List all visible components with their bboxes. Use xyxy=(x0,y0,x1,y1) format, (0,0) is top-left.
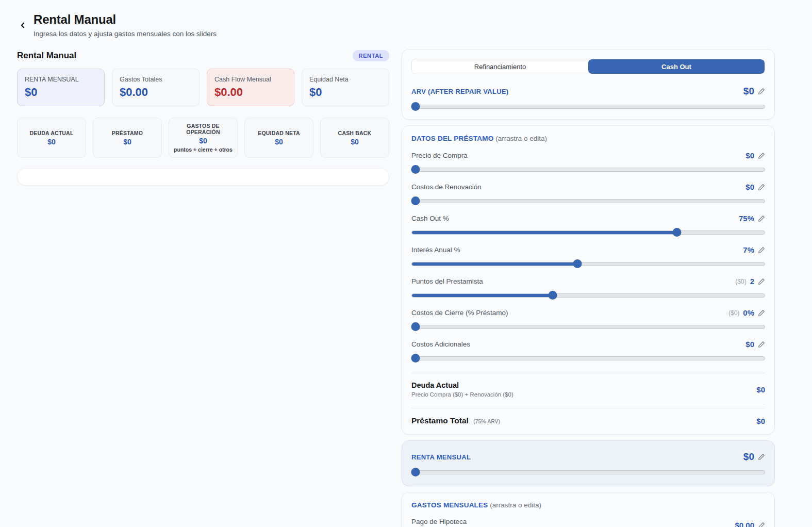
slider-row-precio-compra: Precio de Compra $0 xyxy=(411,151,765,174)
edit-icon[interactable] xyxy=(758,309,765,317)
edit-icon[interactable] xyxy=(758,278,765,285)
renta-label: RENTA MENSUAL xyxy=(411,453,471,461)
slider-thumb[interactable] xyxy=(411,354,420,363)
row-label: Interés Anual % xyxy=(411,246,460,254)
arv-value: $0 xyxy=(743,86,754,97)
stat-label: Equidad Neta xyxy=(309,76,382,83)
cash-out-pct-slider[interactable] xyxy=(411,228,765,237)
puntos-prestamista-slider[interactable] xyxy=(411,291,765,300)
slider-track[interactable] xyxy=(411,262,765,266)
slider-track[interactable] xyxy=(411,470,765,474)
controls-column: Refinanciamiento Cash Out ARV (AFTER REP… xyxy=(402,49,775,527)
empty-panel xyxy=(17,168,389,186)
costos-cierre-slider[interactable] xyxy=(411,323,765,331)
slider-thumb[interactable] xyxy=(672,228,681,237)
row-value: 2 xyxy=(750,277,754,286)
mini-value: $0 xyxy=(248,138,310,146)
interes-anual-slider[interactable] xyxy=(411,260,765,268)
edit-icon[interactable] xyxy=(758,246,765,254)
gastos-mensuales-card: GASTOS MENSUALES (arrastra o edita) Pago… xyxy=(402,492,775,527)
deuda-actual-label: Deuda Actual xyxy=(411,381,513,389)
stat-label: RENTA MENSUAL xyxy=(25,76,97,83)
row-label: Costos de Cierre (% Préstamo) xyxy=(411,309,508,317)
mini-label: PRÉSTAMO xyxy=(96,130,158,136)
edit-icon[interactable] xyxy=(758,184,765,191)
row-label: Puntos del Prestamista xyxy=(411,277,483,285)
prestamo-total-row: Préstamo Total (75% ARV) $0 xyxy=(411,416,765,425)
costos-renovacion-slider[interactable] xyxy=(411,197,765,205)
mini-label: DEUDA ACTUAL xyxy=(21,130,82,136)
page-header: Rental Manual Ingresa los datos y ajusta… xyxy=(17,12,774,38)
page: Rental Manual Ingresa los datos y ajusta… xyxy=(0,0,812,527)
mini-card-equidad-neta: EQUIDAD NETA $0 xyxy=(244,118,313,158)
slider-thumb[interactable] xyxy=(411,165,420,174)
edit-icon[interactable] xyxy=(758,152,765,159)
arv-slider[interactable] xyxy=(411,103,765,111)
mode-tabs: Refinanciamiento Cash Out xyxy=(411,59,765,74)
slider-thumb[interactable] xyxy=(573,259,582,268)
chevron-left-icon xyxy=(18,21,27,30)
mini-note: puntos + cierre + otros xyxy=(172,146,234,153)
deuda-actual-value: $0 xyxy=(756,385,765,394)
back-button[interactable] xyxy=(17,20,28,31)
mini-value: $0 xyxy=(21,138,82,146)
slider-thumb[interactable] xyxy=(549,291,557,300)
row-value: $0 xyxy=(745,340,754,349)
row-label: Pago de Hipoteca xyxy=(411,518,472,525)
prestamo-total-value: $0 xyxy=(756,417,765,425)
renta-value: $0 xyxy=(743,451,754,463)
edit-icon[interactable] xyxy=(758,88,765,95)
mini-stats-row: DEUDA ACTUAL $0 PRÉSTAMO $0 GASTOS DE OP… xyxy=(17,118,389,158)
slider-track[interactable] xyxy=(411,356,765,360)
tab-refinanciamiento[interactable]: Refinanciamiento xyxy=(412,59,588,74)
row-label: Costos de Renovación xyxy=(411,183,482,191)
mini-value: $0 xyxy=(96,138,158,146)
page-subtitle: Ingresa los datos y ajusta gastos mensua… xyxy=(34,30,217,38)
gastos-title-hint: (arrastra o edita) xyxy=(490,501,541,509)
divider xyxy=(411,373,765,373)
slider-track[interactable] xyxy=(411,230,765,235)
stat-label: Cash Flow Mensual xyxy=(214,76,287,83)
mini-label: EQUIDAD NETA xyxy=(248,130,310,136)
stats-row: RENTA MENSUAL $0 Gastos Totales $0.00 Ca… xyxy=(17,69,389,106)
deuda-actual-row: Deuda Actual Precio Compra ($0) + Renova… xyxy=(411,381,765,398)
slider-thumb[interactable] xyxy=(411,196,420,205)
slider-row-puntos-prestamista: Puntos del Prestamista ($0) 2 xyxy=(411,277,765,300)
slider-track[interactable] xyxy=(411,325,765,329)
stat-value: $0 xyxy=(309,86,382,99)
row-label: Costos Adicionales xyxy=(411,340,470,348)
slider-thumb[interactable] xyxy=(411,322,420,331)
slider-row-costos-adicionales: Costos Adicionales $0 xyxy=(411,340,765,363)
loan-data-card: DATOS DEL PRÉSTAMO (arrastra o edita) Pr… xyxy=(402,125,775,435)
edit-icon[interactable] xyxy=(758,453,765,460)
mini-card-cash-back: CASH BACK $0 xyxy=(320,118,389,158)
stat-value: $0.00 xyxy=(120,86,192,99)
slider-track[interactable] xyxy=(411,293,765,298)
slider-track[interactable] xyxy=(411,168,765,172)
tab-cash-out[interactable]: Cash Out xyxy=(588,59,765,74)
slider-track[interactable] xyxy=(411,105,765,109)
section-title: Rental Manual xyxy=(17,51,76,61)
slider-thumb[interactable] xyxy=(411,102,420,111)
row-value: 7% xyxy=(743,245,754,254)
slider-thumb[interactable] xyxy=(411,468,420,476)
edit-icon[interactable] xyxy=(758,215,765,222)
slider-row-pago-hipoteca: Pago de Hipoteca $0 × 7% / 12 (30 años) … xyxy=(411,518,765,527)
row-value: 0% xyxy=(743,308,754,317)
row-prefix: ($0) xyxy=(735,278,746,285)
summary-column: Rental Manual RENTAL RENTA MENSUAL $0 Ga… xyxy=(17,49,389,186)
stat-card-gastos-totales: Gastos Totales $0.00 xyxy=(112,69,200,106)
row-value: $0.00 xyxy=(735,521,754,527)
mini-card-gastos-operacion: GASTOS DE OPERACIÓN $0 puntos + cierre +… xyxy=(169,118,238,158)
rental-badge: RENTAL xyxy=(353,50,389,61)
precio-compra-slider[interactable] xyxy=(411,166,765,174)
edit-icon[interactable] xyxy=(758,522,765,527)
row-value: $0 xyxy=(745,151,754,160)
edit-icon[interactable] xyxy=(758,341,765,348)
costos-adicionales-slider[interactable] xyxy=(411,354,765,363)
slider-track[interactable] xyxy=(411,199,765,203)
page-title: Rental Manual xyxy=(34,12,217,27)
arv-label: ARV (AFTER REPAIR VALUE) xyxy=(411,88,508,95)
renta-mensual-slider[interactable] xyxy=(411,468,765,476)
divider xyxy=(411,408,765,408)
